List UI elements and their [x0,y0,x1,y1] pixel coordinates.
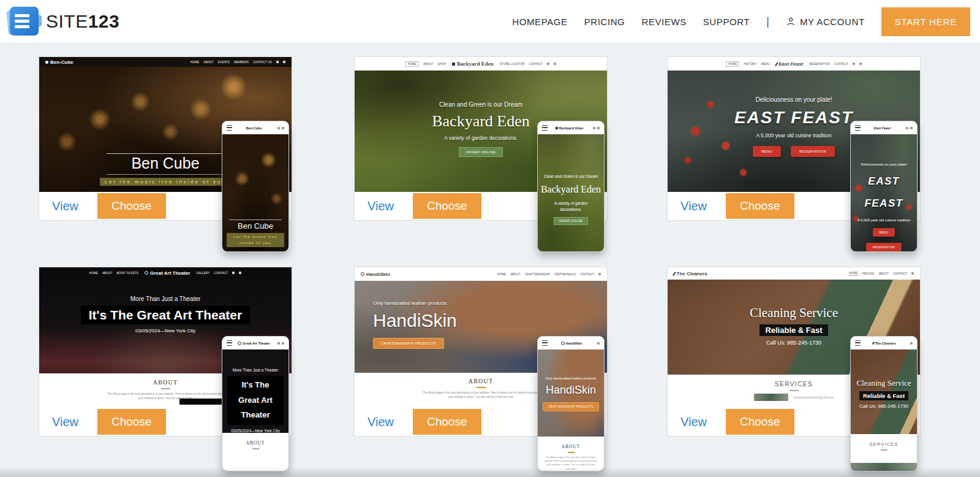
hero-kicker: Only handcrafted leather products [546,376,597,380]
share-icon [282,342,284,345]
phone-site-logo: HandiSkin [561,342,582,345]
template-card-backyard-eden: HOMEABOUTSHOP Backyard Eden STORE LOCATO… [354,56,608,221]
hero-title: Backyard Eden [432,112,530,131]
phone-hero-leather-bag: Only handcrafted leather products HandiS… [538,349,604,471]
service-caption: Commercial Cleaning Service [793,395,834,399]
menu-button: MENU [873,228,895,237]
hero-title: It's The Great Art Theater [227,376,284,425]
choose-button[interactable]: Choose [97,409,166,435]
hamburger-icon [542,125,548,131]
mini-site-nav-right: GALLERYCONTACT [196,272,241,275]
mini-site-logo: Ben-Cube [45,59,74,65]
hero-title: It's The Great Art Theater [81,306,250,324]
hero-subtitle: A variety of garden decorations. [444,135,518,141]
hero-tagline: Let the music live inside of you [227,233,284,247]
hero-subtitle: Call Us: 985-245-1730 [859,403,908,409]
phone-hero-garden: Clean and Green is our Dream Backyard Ed… [538,134,604,251]
hero-subtitle: 03/05/2024—New York City [231,429,280,433]
phone-icon [597,342,600,345]
section-title: ABOUT [222,440,288,446]
phone-preview-east-feast: East Feast Deliciousness on your plate! … [850,121,918,252]
phone-services-section: SERVICES [851,434,917,471]
nav-homepage[interactable]: HOMEPAGE [512,17,567,27]
mini-site-nav-right: STORE LOCATORCONTACT [500,63,556,66]
mini-site-nav-left: HOMEABOUTSHOP [405,61,446,67]
mini-site-nav: HOMEABOUTEVENTSMEMBERSCONTACT US [190,61,285,64]
order-online-button: ORDER ONLINE [554,217,587,225]
hero-title: Cleaning Service [750,305,838,321]
view-button[interactable]: View [680,199,707,213]
menu-button: MENU [753,146,781,157]
hero-title: EAST FEAST [734,108,853,128]
phone-preview-great-art-theater: Great Art Theater More Than Just a Theat… [222,336,289,471]
phone-preview-the-cleaners: The Cleaners Cleaning Service Reliable &… [850,336,918,471]
view-button[interactable]: View [52,415,78,429]
phone-hero-mop-floor: Cleaning Service Reliable & Fast Call Us… [851,349,917,471]
share-icon [239,272,241,274]
hero-title: Cleaning Service [856,378,911,388]
view-button[interactable]: View [368,415,394,429]
nav-support[interactable]: SUPPORT [703,17,750,27]
mini-site-nav-right: RESERVATIONCONTACT [809,63,862,66]
nav-divider: | [766,15,769,28]
choose-button[interactable]: Choose [413,193,481,219]
share-icon [910,127,913,129]
hero-subtitle: A variety of garden decorations. [549,200,592,213]
phone-icon [547,63,549,65]
phone-site-logo: East Feast [874,126,891,130]
nav-reviews[interactable]: REVIEWS [641,17,686,27]
hero-title: HandiSkin [373,310,457,331]
cart-icon [597,127,600,129]
phone-preview-ben-cube: Ben-Cube Ben Cube Let the music live ins… [222,121,289,252]
hero-title: Backyard Eden [541,182,601,197]
hamburger-icon [855,125,861,131]
site-header: SITE123 HOMEPAGE PRICING REVIEWS SUPPORT… [0,0,980,44]
phone-about-section: ABOUT [222,433,288,471]
view-button[interactable]: View [368,199,394,213]
phone-site-logo: The Cleaners [873,342,896,345]
hamburger-icon [855,340,861,346]
my-account-link[interactable]: MY ACCOUNT [786,17,865,27]
site123-logo-text: SITE123 [46,11,119,32]
hero-kicker: More Than Just a Theater [130,296,201,302]
template-card-ben-cube: Ben-Cube HOMEABOUTEVENTSMEMBERSCONTACT U… [39,56,292,221]
site123-logo[interactable]: SITE123 [10,7,119,36]
phone-icon [277,342,280,345]
template-card-east-feast: HOMEHISTORYMENU East Feast RESERVATIONCO… [667,56,921,221]
start-here-button[interactable]: START HERE [881,7,970,36]
garden-logo-icon [452,63,455,66]
choose-button[interactable]: Choose [97,193,166,219]
mini-site-nav-left: HOMEABOUTBOOK TICKETS [89,272,138,275]
hero-badge: Reliable & Fast [760,324,827,336]
reservation-button: RESERVATION [791,146,835,157]
site123-logo-icon [10,7,39,36]
phone-icon [277,127,280,129]
page-bottom-shadow [0,467,980,477]
view-button[interactable]: View [680,415,707,429]
cart-icon [554,63,556,65]
section-title: SERVICES [851,441,917,447]
choose-button[interactable]: Choose [726,193,794,219]
theater-logo-icon [238,342,241,345]
broom-logo-icon [673,272,676,276]
phone-icon [598,273,601,275]
phone-hero-asian-street: Deliciousness on your plate! EAST FEAST … [851,134,917,251]
hamburger-icon [227,125,232,131]
nav-pricing[interactable]: PRICING [584,17,625,27]
phone-icon [853,63,855,65]
choose-button[interactable]: Choose [413,409,481,435]
mini-site-logo: The Cleaners [674,271,707,277]
view-button[interactable]: View [52,199,78,213]
band-logo-icon [45,61,48,64]
section-title: ABOUT [538,444,604,449]
template-card-handiskin: HandiSkin HOMEABOUTCRAFTSMANSHIPTESTIMON… [354,267,608,437]
main-nav: HOMEPAGE PRICING REVIEWS SUPPORT | MY AC… [512,0,970,43]
hero-subtitle: A 5,000 year old cuisine tradition [756,132,832,139]
choose-button[interactable]: Choose [726,409,794,435]
hero-title: Ben Cube [229,219,282,231]
share-icon [283,61,285,63]
mini-site-logo: Great Art Theater [145,270,190,276]
mini-site-logo: HandiSkin [361,272,390,277]
phone-site-logo: Ben-Cube [246,126,262,130]
hero-subtitle: A 5,000 year old cuisine tradition [858,218,911,222]
